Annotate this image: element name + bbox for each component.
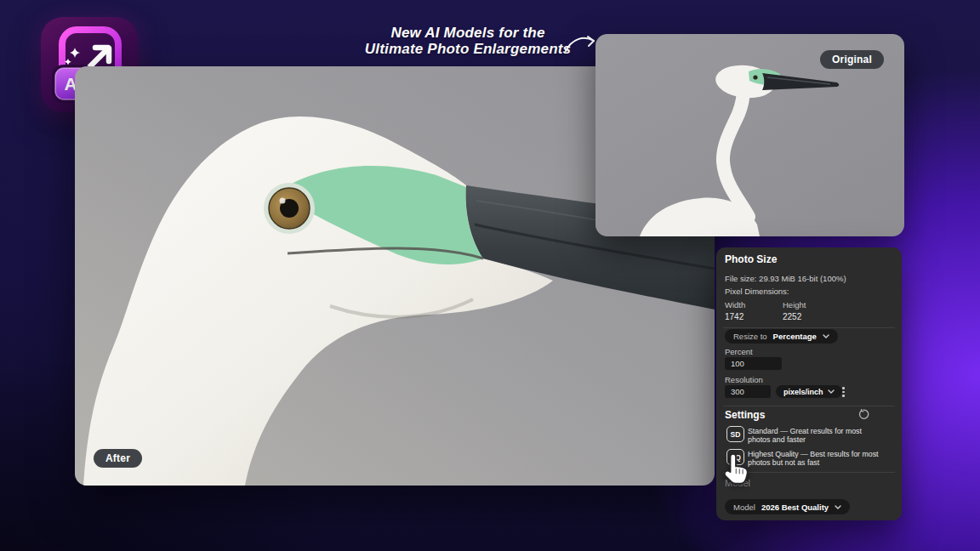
original-photo: Original (595, 34, 904, 236)
height-value: 2252 (783, 312, 801, 321)
divider (723, 406, 895, 406)
resize-to-dropdown[interactable]: Resize to Percentage (725, 329, 838, 344)
chevron-down-icon (823, 334, 829, 338)
hand-cursor-icon (723, 452, 752, 486)
original-badge: Original (820, 50, 884, 69)
divider (723, 327, 895, 328)
chevron-down-icon (828, 389, 835, 394)
width-label: Width (725, 300, 745, 310)
highest-quality-label: Highest Quality — Best results for most … (748, 450, 882, 467)
reset-icon[interactable] (858, 409, 869, 421)
settings-heading: Settings (725, 409, 765, 421)
promo-canvas: AI New AI Models for the Ultimate Photo … (0, 0, 980, 551)
width-value: 1742 (725, 312, 744, 321)
model-label: Model (733, 503, 755, 512)
pixel-dimensions-label: Pixel Dimensions: (725, 287, 789, 296)
resize-to-label: Resize to (733, 332, 767, 341)
percent-input[interactable] (725, 357, 782, 370)
resolution-unit: pixels/inch (783, 388, 823, 396)
chevron-down-icon (835, 505, 841, 509)
headline-arrow-icon (563, 32, 599, 56)
resize-to-value: Percentage (773, 332, 817, 341)
standard-quality-button[interactable]: SD (726, 426, 744, 442)
resolution-input[interactable] (725, 385, 771, 398)
resolution-unit-dropdown[interactable]: pixels/inch (776, 385, 842, 398)
resolution-label: Resolution (725, 375, 763, 384)
height-label: Height (783, 300, 806, 310)
model-dropdown[interactable]: Model 2026 Best Quality (725, 499, 850, 514)
after-badge: After (94, 449, 142, 468)
file-size-text: File size: 29.93 MiB 16-bit (100%) (725, 274, 846, 283)
standard-quality-label: Standard — Great results for most photos… (748, 427, 882, 444)
more-options-icon[interactable] (842, 387, 845, 397)
model-value: 2026 Best Quality (761, 503, 829, 512)
percent-label: Percent (725, 347, 753, 356)
photo-size-heading: Photo Size (725, 253, 777, 265)
